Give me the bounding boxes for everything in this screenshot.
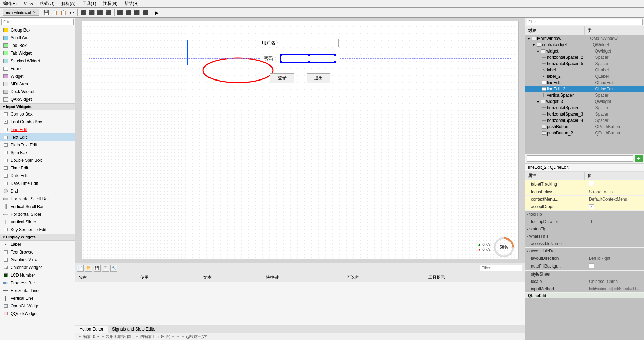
prop-value-autofill[interactable] [586,262,644,270]
obj-row-hspacer3[interactable]: horizontalSpacer_3 Spacer [525,111,644,117]
widget-item-date-edit[interactable]: Date Edit [0,172,75,180]
props-add-btn[interactable]: + [635,155,643,162]
design-canvas[interactable]: 用户名： 密码： [75,18,525,263]
widget-item-group-box[interactable]: Group Box [0,26,75,34]
menu-analyze[interactable]: 解析(A) [60,0,77,7]
widget-item-calendar[interactable]: 12 Calendar Widget [0,264,75,271]
toolbar-align-left-btn[interactable]: ⬛ [80,9,87,16]
prop-name-tooltip[interactable]: toolTip [525,211,584,218]
widget-item-keyseq[interactable]: Key Sequence Edit [0,226,75,234]
prop-checkbox-acceptdrops[interactable] [589,204,594,209]
widget-item-frame[interactable]: Frame [0,65,75,72]
widget-filter-input[interactable] [1,19,74,25]
chevron-widget3[interactable]: ▾ [536,100,540,104]
widget-item-text-browser[interactable]: Text Browser [0,248,75,256]
obj-row-label[interactable]: A label QLabel [525,67,644,73]
widget-item-opengl[interactable]: OpenGL Widget [0,302,75,310]
menu-tools[interactable]: 工具(T) [81,0,97,7]
widget-item-dial[interactable]: Dial [0,187,75,195]
prop-checkbox-autofill[interactable] [589,263,594,268]
obj-filter-input[interactable] [527,19,643,25]
obj-row-widget[interactable]: ▾ widget QWidget [525,48,644,54]
widget-item-qax-widget[interactable]: QAxWidget [0,96,75,103]
widget-item-double-spin-box[interactable]: Double Spin Box [0,157,75,164]
prop-value-tablettracking[interactable] [586,180,644,188]
exit-button[interactable]: 退出 [307,73,330,83]
widget-item-vline[interactable]: Vertical Line [0,294,75,302]
obj-row-hspacer4[interactable]: horizontalSpacer_4 Spacer [525,117,644,124]
chevron-mainwindow[interactable]: ▾ [527,37,531,41]
widget-item-hline[interactable]: Horizontal Line [0,287,75,294]
widget-item-tool-box[interactable]: Tool Box [0,42,75,49]
bottom-copy-btn[interactable]: 📋 [102,265,109,272]
widget-item-line-edit[interactable]: Line Edit [0,126,75,133]
toolbar-preview-btn[interactable]: ▶ [153,9,161,16]
toolbar-align-top-btn[interactable]: ⬛ [105,9,112,16]
bottom-settings-btn[interactable]: 🔧 [110,265,117,272]
chevron-widget[interactable]: ▾ [536,49,540,53]
widget-item-graphics-view[interactable]: Graphics View [0,256,75,264]
prop-name-statustip[interactable]: statusTip [525,225,584,233]
toolbar-save-btn[interactable]: 💾 [43,9,50,16]
props-filter-input[interactable] [527,155,633,162]
widget-item-dock-widget[interactable]: Dock Widget [0,88,75,96]
login-button[interactable]: 登录 [270,73,294,83]
file-tab-close[interactable]: ✕ [33,10,36,15]
widget-item-tab-widget[interactable]: Tab Widget [0,49,75,57]
menu-help[interactable]: 帮助(H) [123,0,140,7]
widget-item-widget[interactable]: Widget [0,72,75,80]
username-input[interactable] [283,39,339,47]
widget-item-mdi-area[interactable]: MDI Area [0,80,75,88]
file-tab[interactable]: mainwindow.ui ✕ [3,9,39,16]
widget-item-qquick[interactable]: QQuickWidget [0,310,75,318]
display-section-chevron[interactable]: ▾ [3,235,5,239]
menu-format[interactable]: 格式(O) [39,0,56,7]
widget-item-progress[interactable]: Progress Bar [0,279,75,287]
widget-item-scroll-area[interactable]: Scroll Area [0,34,75,42]
obj-row-pushbutton2[interactable]: pushButton_2 QPushButton [525,130,644,136]
widget-item-vslider[interactable]: Vertical Slider [0,218,75,226]
bottom-filter-input[interactable] [480,265,522,271]
widget-item-plain-text-edit[interactable]: Plain Text Edit [0,141,75,149]
bottom-open-btn[interactable]: 📂 [85,265,92,272]
obj-row-widget3[interactable]: ▾ widget_3 QWidget [525,98,644,105]
toolbar-adjust-btn[interactable]: ⬛ [142,9,149,16]
widget-item-datetime-edit[interactable]: Date/Time Edit [0,180,75,187]
prop-value-acceptdrops[interactable] [586,203,644,210]
toolbar-layout-btn[interactable]: ⬛ [125,9,132,16]
obj-row-pushbutton[interactable]: pushButton QPushButton [525,124,644,130]
obj-row-lineedit2[interactable]: lineEdit_2 QLineEdit [525,86,644,92]
prop-name-whatsthis[interactable]: whatsThis [525,233,584,240]
canvas-form-area[interactable]: 用户名： 密码： [82,21,519,259]
widget-item-stacked-widget[interactable]: Stacked Widget [0,57,75,65]
toolbar-grid-btn[interactable]: ⬛ [116,9,124,16]
obj-row-mainwindow[interactable]: ▾ MainWindow QMainWindow [525,35,644,42]
chevron-centralwidget[interactable]: ▾ [532,43,536,47]
widget-item-hslider[interactable]: Horizontal Slider [0,210,75,218]
toolbar-paste-btn[interactable]: 📋 [60,9,67,16]
bottom-new-btn[interactable]: 📄 [77,265,84,272]
widget-item-time-edit[interactable]: Time Edit [0,164,75,172]
widget-item-hscroll[interactable]: Horizontal Scroll Bar [0,195,75,203]
menu-view[interactable]: View [22,1,34,7]
obj-row-label2[interactable]: A label_2 QLabel [525,73,644,79]
widget-item-text-edit[interactable]: Text Edit [0,133,75,141]
toolbar-break-btn[interactable]: ⬛ [133,9,141,16]
obj-row-centralwidget[interactable]: ▾ centralwidget QWidget [525,42,644,48]
toolbar-copy-btn[interactable]: 📋 [51,9,59,16]
toolbar-align-right-btn[interactable]: ⬛ [96,9,104,16]
obj-row-hspacer5[interactable]: horizontalSpacer_5 Spacer [525,61,644,67]
obj-row-hspacer2[interactable]: horizontalSpacer_2 Spacer [525,54,644,61]
prop-checkbox-tablettracking[interactable] [589,181,594,186]
obj-row-hspacer[interactable]: horizontalSpacer Spacer [525,105,644,111]
widget-item-lcd[interactable]: LCD Number [0,271,75,279]
widget-item-label[interactable]: A Label [0,241,75,248]
widget-item-spin-box[interactable]: Spin Box [0,149,75,157]
toolbar-undo-btn[interactable]: ↩ [68,9,76,16]
bottom-save-btn[interactable]: 💾 [94,265,101,272]
widget-item-vscroll[interactable]: Vertical Scroll Bar [0,203,75,210]
tab-signals-slots[interactable]: Signals and Slots Editor [108,326,161,333]
obj-row-vspacer[interactable]: verticalSpacer Spacer [525,92,644,98]
widget-item-font-combo-box[interactable]: F Font Combo Box [0,118,75,126]
prop-name-accessibledes[interactable]: accessibleDes... [525,248,584,255]
